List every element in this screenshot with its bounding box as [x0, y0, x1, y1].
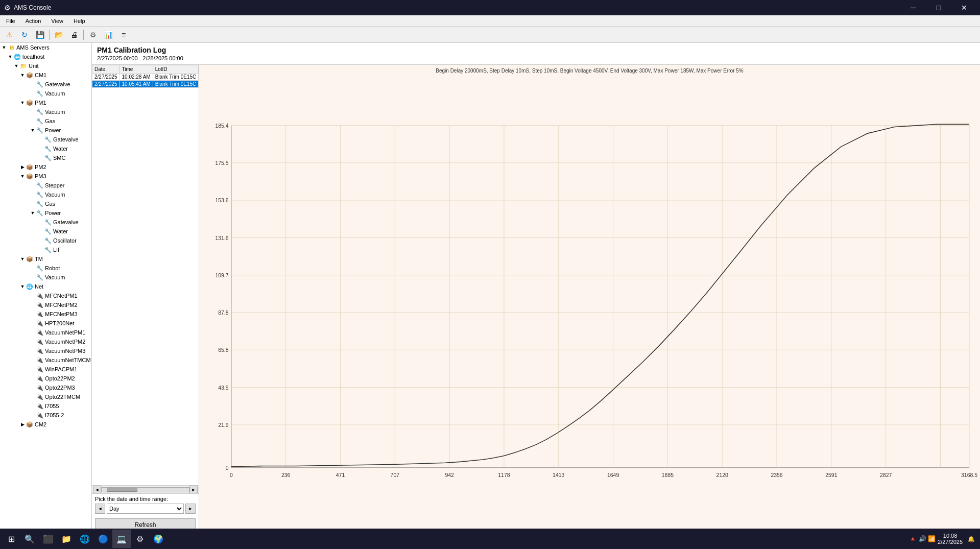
tree-item-i7055[interactable]: ▶ 🔌 I7055	[0, 401, 91, 411]
date-next-button[interactable]: ►	[185, 504, 196, 514]
task-view-button[interactable]: ⬛	[39, 530, 57, 548]
date-prev-button[interactable]: ◄	[95, 504, 105, 514]
refresh-toolbar-button[interactable]: ↻	[17, 28, 32, 41]
tree-item-power-pm3[interactable]: ▼ 🔧 Power	[0, 208, 91, 218]
close-button[interactable]: ✕	[952, 0, 976, 15]
tree-item-opto22pm2[interactable]: ▶ 🔌 Opto22PM2	[0, 374, 91, 383]
tree-item-tm[interactable]: ▼ 📦 TM	[0, 254, 91, 264]
tree-item-i7055-2[interactable]: ▶ 🔌 I7055-2	[0, 411, 91, 420]
log-table-wrapper[interactable]: Date Time LotID Wafer 2/27/202510:02:28 …	[92, 65, 199, 485]
scrollbar-thumb[interactable]	[107, 488, 137, 492]
toggle-pm1[interactable]: ▼	[19, 100, 26, 105]
toggle-tm[interactable]: ▼	[19, 256, 26, 261]
tree-item-gatevalve-pm1[interactable]: ▶ 🔧 Gatevalve	[0, 135, 91, 144]
scrollbar-track[interactable]	[101, 487, 189, 492]
date-range-select[interactable]: Day Week Month Custom	[107, 504, 184, 514]
toggle-power-pm3[interactable]: ▼	[30, 210, 36, 216]
stepper-pm3-icon: 🔧	[36, 181, 44, 189]
toolbar-separator-2	[83, 30, 84, 40]
tree-item-gatevalve-cm1[interactable]: ▶ 🔧 Gatevalve	[0, 80, 91, 89]
tree-item-net[interactable]: ▼ 🌐 Net	[0, 282, 91, 291]
tree-item-vacuum-tm[interactable]: ▶ 🔧 Vacuum	[0, 273, 91, 282]
tree-item-vacuumnetpm3[interactable]: ▶ 🔌 VacuumNetPM3	[0, 346, 91, 355]
clock-time: 10:08	[938, 533, 963, 539]
tree-item-vacuumnettmcm[interactable]: ▶ 🔌 VacuumNetTMCM	[0, 355, 91, 365]
tree-item-cm1[interactable]: ▼ 📦 CM1	[0, 70, 91, 80]
tree-item-mfcnetpm1[interactable]: ▶ 🔌 MFCNetPM1	[0, 291, 91, 300]
chart-button[interactable]: 📊	[101, 28, 115, 41]
tree-item-opto22pm3[interactable]: ▶ 🔌 Opto22PM3	[0, 383, 91, 392]
open-button[interactable]: 📂	[52, 28, 66, 41]
tree-item-unit[interactable]: ▼ 📁 Unit	[0, 61, 91, 70]
tree-item-vacuum-cm1[interactable]: ▶ 🔧 Vacuum	[0, 89, 91, 98]
taskbar-clock[interactable]: 10:08 2/27/2025	[938, 533, 963, 545]
table-row[interactable]: 2/27/202510:02:28 AMBlank Trim 0E15C0	[92, 74, 199, 81]
tree-item-mfcnetpm3[interactable]: ▶ 🔌 MFCNetPM3	[0, 309, 91, 319]
tree-item-vacuumnetpm1[interactable]: ▶ 🔌 VacuumNetPM1	[0, 328, 91, 337]
edge-button[interactable]: 🔵	[94, 530, 112, 548]
toggle-pm3[interactable]: ▼	[19, 174, 26, 179]
menu-help[interactable]: Help	[69, 17, 89, 25]
toggle-localhost[interactable]: ▼	[7, 54, 13, 59]
toggle-unit[interactable]: ▼	[13, 63, 19, 68]
x-label-2120: 2120	[716, 473, 728, 479]
tree-item-vacuumnetpm2[interactable]: ▶ 🔌 VacuumNetPM2	[0, 337, 91, 346]
tree-item-gas-pm3[interactable]: ▶ 🔧 Gas	[0, 199, 91, 208]
tree-item-ams-servers[interactable]: ▼ 🖥 AMS Servers	[0, 43, 91, 52]
tree-item-hpt200net[interactable]: ▶ 🔌 HPT200Net	[0, 319, 91, 328]
menu-file[interactable]: File	[2, 17, 19, 25]
chrome-button[interactable]: 🌐	[76, 530, 94, 548]
gas-pm1-label: Gas	[45, 118, 55, 124]
browser-button[interactable]: 🌍	[149, 530, 168, 548]
tree-item-power-pm1[interactable]: ▼ 🔧 Power	[0, 126, 91, 135]
search-button[interactable]: 🔍	[20, 530, 39, 548]
alert-button[interactable]: ⚠	[2, 28, 16, 41]
tree-item-opto22tmcm[interactable]: ▶ 🔌 Opto22TMCM	[0, 392, 91, 401]
tree-item-localhost[interactable]: ▼ 🌐 localhost	[0, 52, 91, 61]
tree-item-stepper-pm3[interactable]: ▶ 🔧 Stepper	[0, 181, 91, 190]
table-scrollbar[interactable]: ◄ ►	[92, 485, 199, 493]
start-button[interactable]: ⊞	[2, 530, 20, 548]
gatevalve-cm1-label: Gatevalve	[45, 81, 70, 87]
config-button[interactable]: ⚙	[86, 28, 100, 41]
scroll-left-button[interactable]: ◄	[93, 486, 101, 494]
tree-item-gas-pm1[interactable]: ▶ 🔧 Gas	[0, 116, 91, 126]
toggle-net[interactable]: ▼	[19, 284, 26, 289]
menu-action[interactable]: Action	[21, 17, 45, 25]
tree-item-pm2[interactable]: ▶ 📦 PM2	[0, 162, 91, 172]
tree-item-vacuum-pm1[interactable]: ▶ 🔧 Vacuum	[0, 107, 91, 116]
save-button[interactable]: 💾	[33, 28, 47, 41]
toggle-cm2[interactable]: ▶	[19, 422, 26, 427]
pm2-label: PM2	[35, 164, 46, 170]
menu-view[interactable]: View	[47, 17, 67, 25]
settings-button[interactable]: ⚙	[131, 530, 149, 548]
tree-item-water-pm1[interactable]: ▶ 🔧 Water	[0, 144, 91, 153]
tree-item-cm2[interactable]: ▶ 📦 CM2	[0, 420, 91, 429]
tree-item-robot-tm[interactable]: ▶ 🔧 Robot	[0, 264, 91, 273]
cell-date-0: 2/27/2025	[92, 74, 120, 81]
notification-button[interactable]: 🔔	[965, 536, 978, 542]
list-button[interactable]: ≡	[116, 28, 131, 41]
print-button[interactable]: 🖨	[67, 28, 81, 41]
tree-item-mfcnetpm2[interactable]: ▶ 🔌 MFCNetPM2	[0, 300, 91, 309]
tree-item-lif-pm3[interactable]: ▶ 🔧 LIF	[0, 245, 91, 254]
tree-item-oscillator-pm3[interactable]: ▶ 🔧 Oscillator	[0, 236, 91, 245]
table-row[interactable]: 2/27/202510:05:41 AMBlank Trim 0E15C0	[92, 81, 199, 88]
tree-item-gatevalve-pm3[interactable]: ▶ 🔧 Gatevalve	[0, 218, 91, 227]
toggle-pm2[interactable]: ▶	[19, 164, 26, 170]
ams-console-button[interactable]: 💻	[112, 530, 131, 548]
tree-item-pm3[interactable]: ▼ 📦 PM3	[0, 172, 91, 181]
pm3-label: PM3	[35, 173, 46, 179]
scroll-right-button[interactable]: ►	[189, 486, 198, 494]
file-explorer-button[interactable]: 📁	[57, 530, 76, 548]
tree-item-water-pm3[interactable]: ▶ 🔧 Water	[0, 227, 91, 236]
tree-item-smc-pm1[interactable]: ▶ 🔧 SMC	[0, 153, 91, 162]
toggle-cm1[interactable]: ▼	[19, 73, 26, 78]
tree-item-winpacpm1[interactable]: ▶ 🔌 WinPACPM1	[0, 365, 91, 374]
maximize-button[interactable]: □	[927, 0, 950, 15]
minimize-button[interactable]: ─	[901, 0, 925, 15]
toggle-power-pm1[interactable]: ▼	[30, 128, 36, 133]
tree-item-pm1[interactable]: ▼ 📦 PM1	[0, 98, 91, 107]
tree-item-vacuum-pm3[interactable]: ▶ 🔧 Vacuum	[0, 190, 91, 199]
toggle-ams-servers[interactable]: ▼	[1, 45, 7, 50]
